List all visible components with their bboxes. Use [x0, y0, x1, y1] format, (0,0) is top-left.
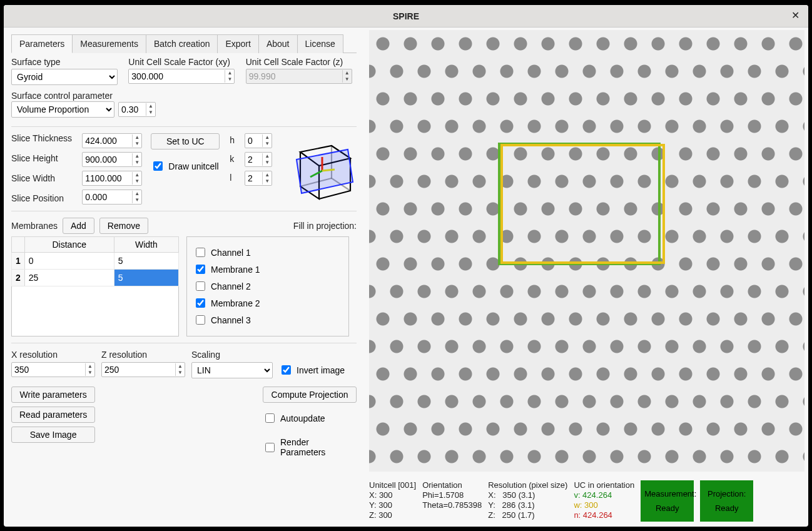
- table-row: 1 0 5: [12, 252, 179, 269]
- uc-xy-label: Unit Cell Scale Factor (xy): [128, 57, 239, 67]
- zres-label: Z resolution: [101, 350, 185, 360]
- l-label: l: [230, 173, 238, 183]
- slice-width[interactable]: ▲▼: [82, 171, 142, 186]
- surface-ctrl-select[interactable]: Volume Proportion: [11, 101, 114, 118]
- preview-panel: Unitcell [001] X: 300 Y: 300 Z: 300 Orie…: [364, 28, 808, 527]
- surface-type-select[interactable]: Gyroid: [11, 69, 118, 85]
- table-row: 2 25 5: [12, 269, 179, 286]
- surface-ctrl-value[interactable]: ▲▼: [118, 102, 156, 117]
- measurement-status: Measurement: Ready: [641, 480, 694, 522]
- draw-unitcell-check[interactable]: Draw unitcell: [151, 159, 218, 173]
- k-spin[interactable]: ▲▼: [245, 152, 272, 167]
- surface-ctrl-input[interactable]: [119, 103, 146, 116]
- uc-z-input: [246, 69, 342, 83]
- uc-xy-input[interactable]: [129, 69, 225, 83]
- autoupdate-check[interactable]: Autoupdate: [263, 412, 357, 425]
- tab-parameters[interactable]: Parameters: [11, 34, 73, 53]
- projection-preview[interactable]: [369, 30, 804, 472]
- save-image-button[interactable]: Save Image: [11, 427, 95, 443]
- slice-pos-label: Slice Position: [11, 193, 76, 203]
- spin-down-icon[interactable]: ▼: [225, 76, 234, 83]
- projection-status: Projection: Ready: [700, 480, 753, 522]
- render-params-check[interactable]: Render Parameters: [263, 437, 357, 457]
- membranes-table[interactable]: DistanceWidth 1 0 5 2 25 5: [11, 236, 179, 336]
- uc-z-label: Unit Cell Scale Factor (z): [246, 57, 357, 67]
- uc-xy-spin[interactable]: ▲▼: [128, 69, 235, 84]
- close-icon[interactable]: ✕: [788, 9, 802, 23]
- k-label: k: [230, 154, 238, 164]
- h-label: h: [230, 135, 238, 145]
- slice-thickness[interactable]: ▲▼: [82, 133, 142, 148]
- zres-spin[interactable]: ▲▼: [101, 362, 185, 377]
- slice-position[interactable]: ▲▼: [82, 190, 142, 205]
- surface-ctrl-label: Surface control parameter: [11, 91, 113, 101]
- spin-up-icon: ▲: [343, 70, 352, 76]
- tab-batch[interactable]: Batch creation: [146, 34, 218, 53]
- tab-bar: Parameters Measurements Batch creation E…: [11, 34, 357, 53]
- surface-type-label: Surface type: [11, 57, 122, 67]
- status-resolution: Resolution (pixel size) X: 350 (3.1) Y: …: [488, 480, 567, 520]
- l-spin[interactable]: ▲▼: [245, 171, 272, 186]
- parameters-panel: Parameters Measurements Batch creation E…: [4, 28, 364, 527]
- unitcell-preview: [288, 133, 357, 202]
- status-uc-orientation: UC in orientation v: 424.264 w: 300 n: 4…: [574, 480, 634, 520]
- add-membrane-button[interactable]: Add: [63, 218, 94, 234]
- tab-export[interactable]: Export: [218, 34, 258, 53]
- status-orientation: Orientation Phi=1.5708 Theta=0.785398: [422, 480, 482, 510]
- spin-up-icon[interactable]: ▲: [225, 70, 234, 76]
- status-unitcell: Unitcell [001] X: 300 Y: 300 Z: 300: [369, 480, 416, 520]
- invert-image-check[interactable]: Invert image: [279, 363, 345, 377]
- compute-projection-button[interactable]: Compute Projection: [263, 387, 357, 403]
- scaling-select[interactable]: LIN: [191, 362, 273, 378]
- fill-projection-box: Channel 1 Membrane 1 Channel 2 Membrane …: [186, 236, 349, 336]
- status-bar: Unitcell [001] X: 300 Y: 300 Z: 300 Orie…: [369, 480, 804, 522]
- remove-membrane-button[interactable]: Remove: [99, 218, 148, 234]
- set-to-uc-button[interactable]: Set to UC: [151, 133, 220, 149]
- uc-z-spin: ▲▼: [246, 69, 352, 84]
- spin-down-icon: ▼: [343, 76, 352, 83]
- uc-overlay-yellow: [500, 144, 665, 264]
- app-window: SPIRE ✕ Parameters Measurements Batch cr…: [4, 5, 808, 527]
- membrane1-check[interactable]: Membrane 1: [193, 263, 342, 276]
- read-params-button[interactable]: Read parameters: [11, 407, 95, 423]
- app-title: SPIRE: [393, 11, 419, 21]
- slice-height[interactable]: ▲▼: [82, 152, 142, 167]
- h-spin[interactable]: ▲▼: [245, 133, 272, 148]
- tab-measurements[interactable]: Measurements: [73, 34, 146, 53]
- scaling-label: Scaling: [191, 350, 273, 360]
- titlebar: SPIRE ✕: [4, 5, 808, 28]
- xres-label: X resolution: [11, 350, 95, 360]
- slice-width-label: Slice Width: [11, 173, 76, 183]
- channel2-check[interactable]: Channel 2: [193, 280, 342, 293]
- tab-license[interactable]: License: [298, 34, 343, 53]
- membrane2-check[interactable]: Membrane 2: [193, 296, 342, 310]
- channel1-check[interactable]: Channel 1: [193, 246, 342, 259]
- fill-label: Fill in projection:: [293, 221, 357, 231]
- write-params-button[interactable]: Write parameters: [11, 387, 95, 403]
- spin-down-icon[interactable]: ▼: [146, 109, 155, 116]
- tab-about[interactable]: About: [259, 34, 298, 53]
- channel3-check[interactable]: Channel 3: [193, 313, 342, 326]
- spin-up-icon[interactable]: ▲: [146, 103, 155, 109]
- slice-height-label: Slice Height: [11, 153, 76, 163]
- membranes-label: Membranes: [11, 221, 58, 231]
- xres-spin[interactable]: ▲▼: [11, 362, 95, 377]
- svg-line-2: [322, 169, 335, 171]
- slice-thick-label: Slice Thickness: [11, 133, 76, 143]
